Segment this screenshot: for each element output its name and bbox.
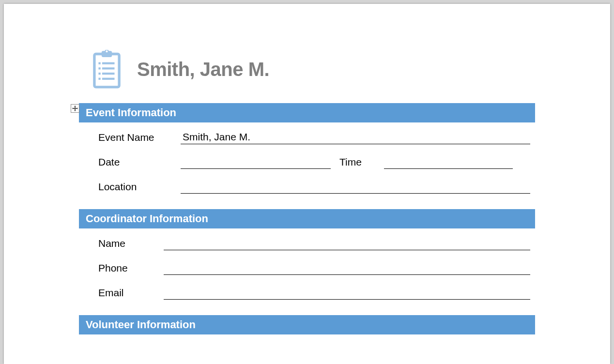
document-canvas: Smith, Jane M. Event Information Event N… bbox=[0, 0, 614, 364]
document-title[interactable]: Smith, Jane M. bbox=[137, 59, 269, 80]
svg-rect-10 bbox=[102, 78, 115, 80]
table-move-handle[interactable] bbox=[71, 104, 79, 113]
svg-rect-6 bbox=[102, 67, 115, 69]
coordinator-email-label: Email bbox=[98, 287, 164, 300]
event-name-input[interactable] bbox=[181, 131, 530, 144]
time-label: Time bbox=[331, 156, 375, 169]
svg-rect-8 bbox=[102, 73, 115, 75]
field-row-phone: Phone bbox=[98, 262, 530, 275]
event-name-label: Event Name bbox=[98, 132, 181, 144]
date-label: Date bbox=[98, 156, 181, 169]
field-row-name: Name bbox=[98, 237, 530, 250]
section-header-event: Event Information bbox=[79, 103, 535, 122]
coordinator-name-input[interactable] bbox=[164, 237, 530, 250]
coordinator-email-input[interactable] bbox=[164, 287, 530, 300]
svg-rect-4 bbox=[102, 62, 115, 64]
section-header-volunteer: Volunteer Information bbox=[79, 315, 535, 334]
field-row-location: Location bbox=[98, 181, 530, 194]
svg-rect-3 bbox=[98, 62, 100, 64]
svg-point-2 bbox=[105, 50, 108, 53]
location-input[interactable] bbox=[181, 181, 530, 194]
svg-rect-0 bbox=[94, 54, 119, 87]
clipboard-icon bbox=[91, 50, 123, 89]
coordinator-phone-label: Phone bbox=[98, 262, 164, 275]
coordinator-name-label: Name bbox=[98, 238, 164, 250]
svg-rect-9 bbox=[98, 78, 100, 80]
time-input[interactable] bbox=[384, 156, 513, 169]
section-body-coordinator: Name Phone Email bbox=[79, 228, 535, 315]
field-row-event-name: Event Name bbox=[98, 131, 530, 144]
svg-rect-7 bbox=[98, 73, 100, 75]
document-header: Smith, Jane M. bbox=[79, 50, 535, 89]
svg-rect-5 bbox=[98, 67, 100, 69]
date-input[interactable] bbox=[181, 156, 331, 169]
section-header-coordinator: Coordinator Information bbox=[79, 209, 535, 228]
coordinator-phone-input[interactable] bbox=[164, 262, 530, 275]
field-row-email: Email bbox=[98, 287, 530, 300]
section-body-event: Event Name Date Time Location bbox=[79, 122, 535, 209]
document-page[interactable]: Smith, Jane M. Event Information Event N… bbox=[4, 4, 610, 364]
field-row-date-time: Date Time bbox=[98, 156, 530, 169]
location-label: Location bbox=[98, 181, 181, 194]
